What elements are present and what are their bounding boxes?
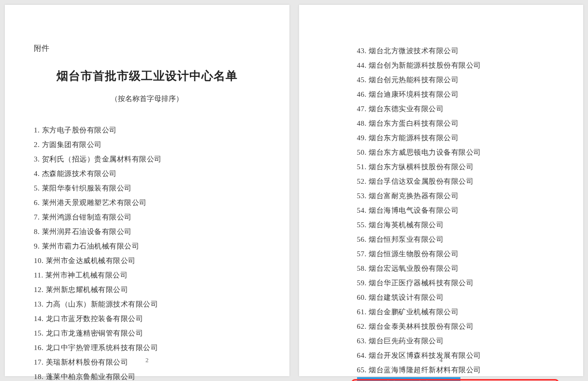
list-item: 43. 烟台北方微波技术有限公司	[357, 44, 555, 58]
list-item: 14. 龙口市蓝牙数控装备有限公司	[34, 311, 260, 326]
document-subtitle: （按名称首字母排序）	[34, 94, 260, 103]
list-item: 63. 烟台巨先药业有限公司	[357, 334, 555, 348]
document-page-right: 43. 烟台北方微波技术有限公司 44. 烟台创为新能源科技股份有限公司 45.…	[299, 5, 584, 376]
list-item: 59. 烟台华正医疗器械科技有限公司	[357, 276, 555, 290]
document-title: 烟台市首批市级工业设计中心名单	[34, 68, 260, 84]
list-item: 13. 力高（山东）新能源技术有限公司	[34, 297, 260, 311]
list-item: 16. 龙口中宇热管理系统科技有限公司	[34, 340, 260, 355]
attachment-label: 附件	[34, 44, 260, 54]
list-item: 10. 莱州市金达威机械有限公司	[34, 253, 260, 268]
list-item: 45. 烟台创元热能科技有限公司	[357, 73, 555, 87]
list-item: 54. 烟台海博电气设备有限公司	[357, 203, 555, 218]
list-item: 9. 莱州市霸力石油机械有限公司	[34, 239, 260, 253]
list-item: 47. 烟台东德实业有限公司	[357, 102, 555, 116]
list-item: 6. 莱州港天景观雕塑艺术有限公司	[34, 195, 260, 210]
list-item: 15. 龙口市龙蓬精密铜管有限公司	[34, 326, 260, 340]
page-number-right: 4	[299, 356, 584, 364]
document-page-left: 附件 烟台市首批市级工业设计中心名单 （按名称首字母排序） 1. 东方电子股份有…	[5, 5, 289, 376]
list-item: 65. 烟台蓝海博隆超纤新材料有限公司	[357, 363, 555, 377]
list-item: 56. 烟台恒邦泵业有限公司	[357, 232, 555, 247]
list-item: 5. 莱阳华泰针织服装有限公司	[34, 181, 260, 195]
list-item: 8. 莱州润昇石油设备有限公司	[34, 224, 260, 239]
list-item: 7. 莱州鸿源台钳制造有限公司	[34, 210, 260, 224]
list-item: 61. 烟台金鹏矿业机械有限公司	[357, 305, 555, 319]
list-item: 48. 烟台东方蛋白科技有限公司	[357, 116, 555, 131]
list-item: 51. 烟台东方纵横科技股份有限公司	[357, 160, 555, 174]
list-item: 50. 烟台东方威思顿电力设备有限公司	[357, 145, 555, 160]
list-item: 57. 烟台恒源生物股份有限公司	[357, 247, 555, 261]
list-item: 2. 方圆集团有限公司	[34, 137, 260, 152]
list-item: 62. 烟台金泰美林科技股份有限公司	[357, 319, 555, 334]
list-item: 58. 烟台宏远氧业股份有限公司	[357, 261, 555, 276]
list-item: 4. 杰森能源技术有限公司	[34, 166, 260, 181]
list-item: 18. 蓬莱中柏京鲁船业有限公司	[34, 369, 260, 381]
list-item: 60. 烟台建筑设计有限公司	[357, 290, 555, 305]
highlight-annotation-box	[351, 379, 559, 381]
company-list-left: 1. 东方电子股份有限公司 2. 方圆集团有限公司 3. 贺利氏（招远）贵金属材…	[34, 123, 260, 381]
list-item: 53. 烟台富耐克换热器有限公司	[357, 189, 555, 203]
list-item: 52. 烟台孚信达双金属股份有限公司	[357, 174, 555, 189]
company-list-right: 43. 烟台北方微波技术有限公司 44. 烟台创为新能源科技股份有限公司 45.…	[357, 44, 555, 381]
list-item: 1. 东方电子股份有限公司	[34, 123, 260, 137]
list-item: 12. 莱州新忠耀机械有限公司	[34, 282, 260, 297]
list-item: 55. 烟台海英机械有限公司	[357, 218, 555, 232]
list-item: 11. 莱州市神工机械有限公司	[34, 268, 260, 282]
list-item: 44. 烟台创为新能源科技股份有限公司	[357, 58, 555, 73]
list-item: 49. 烟台东方能源科技有限公司	[357, 131, 555, 145]
list-item: 46. 烟台迪康环境科技有限公司	[357, 87, 555, 102]
page-number-left: 2	[5, 356, 289, 364]
list-item: 3. 贺利氏（招远）贵金属材料有限公司	[34, 152, 260, 166]
